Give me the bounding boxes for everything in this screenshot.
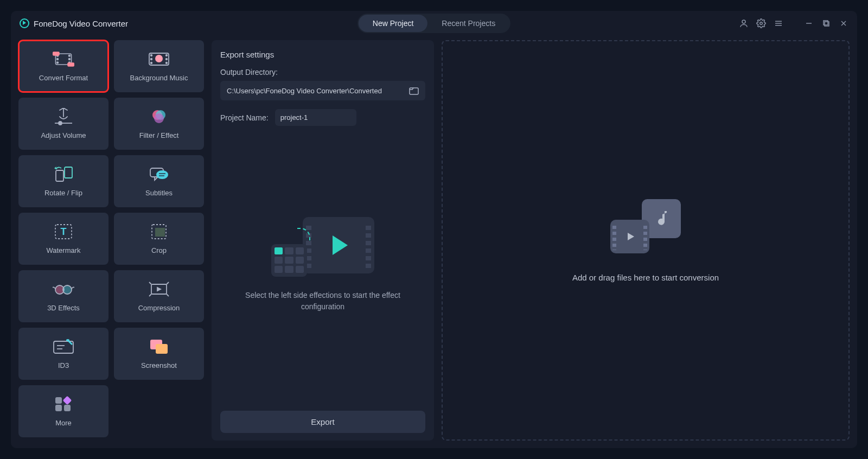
svg-point-13	[57, 62, 59, 63]
brand: FoneDog Video Converter	[20, 18, 128, 28]
tool-label: More	[55, 419, 72, 427]
svg-rect-53	[156, 344, 168, 354]
maximize-button[interactable]	[821, 18, 831, 28]
svg-point-20	[151, 54, 152, 56]
tool-more[interactable]: More	[18, 385, 108, 437]
svg-point-26	[155, 55, 163, 62]
tool-watermark[interactable]: T Watermark	[18, 213, 108, 265]
app-window: FoneDog Video Converter New Project Rece…	[11, 11, 857, 448]
subtitles-icon	[148, 166, 170, 182]
tool-filter-effect[interactable]: Filter / Effect	[114, 98, 204, 150]
svg-point-23	[166, 54, 168, 56]
svg-point-44	[63, 285, 72, 294]
tool-label: 3D Effects	[47, 304, 80, 312]
svg-rect-56	[55, 405, 62, 411]
tool-compression[interactable]: Compression	[114, 270, 204, 322]
svg-rect-6	[824, 21, 828, 25]
svg-point-51	[66, 339, 69, 341]
svg-rect-18	[67, 62, 74, 66]
minimize-button[interactable]	[804, 18, 814, 28]
project-name-row: Project Name:	[220, 109, 425, 126]
project-name-input[interactable]	[275, 109, 356, 126]
export-settings-title: Export settings	[220, 50, 425, 59]
menu-icon[interactable]	[774, 18, 783, 28]
watermark-icon: T	[53, 224, 74, 240]
svg-rect-55	[63, 396, 72, 405]
svg-point-31	[154, 113, 164, 123]
screenshot-icon	[148, 339, 170, 355]
svg-rect-32	[56, 170, 63, 181]
tool-label: Rotate / Flip	[44, 189, 82, 197]
svg-point-0	[742, 20, 745, 23]
tool-label: Watermark	[46, 246, 80, 254]
more-icon	[53, 396, 74, 412]
svg-rect-57	[64, 405, 71, 411]
tool-id3[interactable]: ID3	[18, 328, 108, 380]
tool-panel: Convert Format Background Music Adjust V…	[18, 40, 204, 441]
output-directory-field[interactable]: C:\Users\pc\FoneDog Video Converter\Conv…	[220, 81, 425, 100]
output-directory-label: Output Directory:	[220, 68, 425, 76]
file-drop-zone[interactable]: Add or drag files here to start conversi…	[442, 40, 850, 441]
tool-label: Convert Format	[39, 74, 88, 82]
brand-title: FoneDog Video Converter	[34, 19, 128, 28]
svg-point-22	[151, 62, 152, 63]
svg-text:T: T	[61, 226, 67, 237]
svg-point-14	[69, 55, 71, 56]
film-frame-icon	[303, 217, 374, 273]
tab-recent-projects[interactable]: Recent Projects	[427, 15, 509, 32]
export-settings-panel: Export settings Output Directory: C:\Use…	[212, 40, 434, 441]
tool-label: ID3	[58, 361, 69, 369]
project-name-label: Project Name:	[220, 113, 269, 122]
svg-point-21	[151, 58, 152, 60]
svg-point-36	[156, 170, 168, 179]
svg-rect-7	[825, 22, 829, 26]
export-button[interactable]: Export	[220, 411, 425, 433]
tool-label: Crop	[151, 246, 167, 254]
svg-point-15	[69, 58, 71, 60]
account-icon[interactable]	[739, 18, 749, 28]
tool-subtitles[interactable]: Subtitles	[114, 155, 204, 207]
svg-point-12	[57, 58, 59, 60]
filter-effect-icon	[148, 109, 170, 125]
effect-illustration	[271, 217, 374, 277]
three-d-icon	[53, 281, 74, 297]
svg-rect-33	[65, 167, 72, 178]
svg-rect-17	[53, 52, 60, 55]
crop-icon	[148, 224, 170, 240]
brand-icon	[20, 18, 29, 28]
tool-convert-format[interactable]: Convert Format	[18, 40, 108, 92]
tool-screenshot[interactable]: Screenshot	[114, 328, 204, 380]
drop-zone-icon	[610, 199, 681, 253]
output-directory-value: C:\Users\pc\FoneDog Video Converter\Conv…	[227, 87, 409, 95]
compression-icon	[148, 281, 170, 297]
tool-3d-effects[interactable]: 3D Effects	[18, 270, 108, 322]
adjust-volume-icon	[53, 109, 74, 125]
id3-icon	[53, 339, 74, 355]
folder-browse-icon[interactable]	[409, 86, 419, 95]
close-button[interactable]	[839, 18, 848, 28]
svg-point-25	[166, 62, 168, 63]
tool-label: Adjust Volume	[41, 131, 86, 139]
grid-block-icon	[271, 244, 307, 277]
settings-center-area: Select the left side effections to start…	[220, 126, 425, 403]
svg-rect-54	[55, 397, 62, 404]
tool-rotate-flip[interactable]: Rotate / Flip	[18, 155, 108, 207]
tab-new-project[interactable]: New Project	[359, 15, 427, 32]
tool-background-music[interactable]: Background Music	[114, 40, 204, 92]
svg-marker-59	[628, 233, 634, 240]
svg-point-28	[59, 122, 62, 125]
project-tabs: New Project Recent Projects	[358, 14, 510, 33]
background-music-icon	[148, 51, 170, 67]
drop-zone-hint: Add or drag files here to start conversi…	[572, 273, 719, 282]
tool-grid: Convert Format Background Music Adjust V…	[18, 40, 204, 437]
settings-icon[interactable]	[756, 18, 766, 28]
tool-adjust-volume[interactable]: Adjust Volume	[18, 98, 108, 150]
svg-marker-47	[157, 288, 161, 291]
svg-point-1	[760, 22, 763, 25]
tool-label: Background Music	[130, 74, 188, 82]
tool-crop[interactable]: Crop	[114, 213, 204, 265]
svg-rect-58	[410, 88, 418, 94]
window-controls	[739, 18, 848, 28]
tool-label: Screenshot	[141, 361, 177, 369]
rotate-flip-icon	[53, 166, 74, 182]
